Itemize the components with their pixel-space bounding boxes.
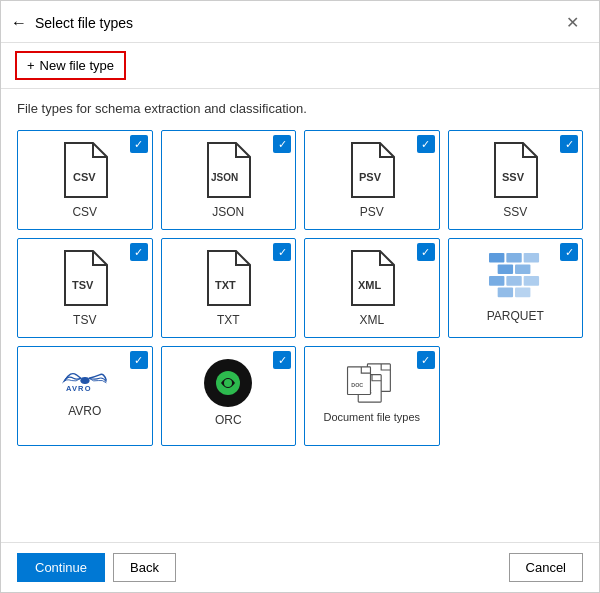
ssv-label: SSV — [503, 205, 527, 219]
svg-text:DOC: DOC — [351, 382, 363, 388]
file-card-orc[interactable]: ✓ ORC — [161, 346, 297, 446]
check-badge-tsv: ✓ — [130, 243, 148, 261]
txt-icon: TXT — [202, 249, 254, 307]
tsv-icon: TSV — [59, 249, 111, 307]
psv-label: PSV — [360, 205, 384, 219]
svg-rect-16 — [515, 288, 530, 298]
file-card-json[interactable]: ✓ JSON JSON — [161, 130, 297, 230]
cancel-button[interactable]: Cancel — [509, 553, 583, 582]
back-arrow-icon[interactable]: ← — [11, 14, 27, 32]
check-badge-orc: ✓ — [273, 351, 291, 369]
file-card-avro[interactable]: ✓ AVRO — [17, 346, 153, 446]
dialog: ← Select file types ✕ + New file type Fi… — [0, 0, 600, 593]
check-badge-document: ✓ — [417, 351, 435, 369]
orc-icon — [202, 357, 254, 409]
check-badge-ssv: ✓ — [560, 135, 578, 153]
svg-text:XML: XML — [358, 279, 382, 291]
avro-icon: AVRO — [45, 357, 125, 402]
file-card-tsv[interactable]: ✓ TSV TSV — [17, 238, 153, 338]
svg-text:CSV: CSV — [73, 171, 96, 183]
continue-button[interactable]: Continue — [17, 553, 105, 582]
svg-rect-11 — [515, 264, 530, 274]
svg-rect-14 — [524, 276, 539, 286]
txt-label: TXT — [217, 313, 240, 327]
file-card-psv[interactable]: ✓ PSV PSV — [304, 130, 440, 230]
check-badge-parquet: ✓ — [560, 243, 578, 261]
document-icon: PDF XLS DOC — [341, 357, 403, 409]
file-card-parquet[interactable]: ✓ PARQUET — [448, 238, 584, 338]
svg-rect-10 — [498, 264, 513, 274]
check-badge-psv: ✓ — [417, 135, 435, 153]
svg-rect-13 — [507, 276, 522, 286]
csv-label: CSV — [72, 205, 97, 219]
parquet-icon — [488, 249, 542, 303]
svg-text:PSV: PSV — [359, 171, 382, 183]
avro-label: AVRO — [68, 404, 101, 418]
check-badge-json: ✓ — [273, 135, 291, 153]
toolbar: + New file type — [1, 43, 599, 89]
check-badge-avro: ✓ — [130, 351, 148, 369]
plus-icon: + — [27, 58, 35, 73]
svg-point-17 — [80, 377, 89, 384]
svg-rect-9 — [524, 253, 539, 263]
footer: Continue Back Cancel — [1, 542, 599, 592]
svg-text:JSON: JSON — [211, 172, 238, 183]
svg-rect-15 — [498, 288, 513, 298]
ssv-icon: SSV — [489, 141, 541, 199]
orc-label: ORC — [215, 413, 242, 427]
psv-icon: PSV — [346, 141, 398, 199]
file-type-grid: ✓ CSV CSV ✓ JSON — [17, 130, 583, 446]
file-card-txt[interactable]: ✓ TXT TXT — [161, 238, 297, 338]
new-file-type-button[interactable]: + New file type — [15, 51, 126, 80]
new-file-label: New file type — [40, 58, 114, 73]
document-label: Document file types — [323, 411, 420, 423]
close-button[interactable]: ✕ — [560, 11, 585, 34]
csv-icon: CSV — [59, 141, 111, 199]
json-label: JSON — [212, 205, 244, 219]
file-card-ssv[interactable]: ✓ SSV SSV — [448, 130, 584, 230]
svg-point-21 — [224, 379, 232, 387]
dialog-title: Select file types — [35, 15, 133, 31]
svg-rect-7 — [489, 253, 504, 263]
svg-text:TXT: TXT — [215, 279, 236, 291]
check-badge-xml: ✓ — [417, 243, 435, 261]
check-badge-csv: ✓ — [130, 135, 148, 153]
svg-rect-8 — [507, 253, 522, 263]
json-icon: JSON — [202, 141, 254, 199]
file-card-csv[interactable]: ✓ CSV CSV — [17, 130, 153, 230]
xml-icon: XML — [346, 249, 398, 307]
check-badge-txt: ✓ — [273, 243, 291, 261]
svg-text:AVRO: AVRO — [66, 383, 92, 392]
xml-label: XML — [359, 313, 384, 327]
file-card-xml[interactable]: ✓ XML XML — [304, 238, 440, 338]
tsv-label: TSV — [73, 313, 96, 327]
subtitle-text: File types for schema extraction and cla… — [17, 101, 583, 116]
parquet-label: PARQUET — [487, 309, 544, 323]
title-bar: ← Select file types ✕ — [1, 1, 599, 43]
svg-rect-12 — [489, 276, 504, 286]
content-area: File types for schema extraction and cla… — [1, 89, 599, 542]
svg-rect-26 — [347, 367, 370, 395]
file-card-document[interactable]: ✓ PDF XLS DOC — [304, 346, 440, 446]
back-button[interactable]: Back — [113, 553, 176, 582]
svg-text:SSV: SSV — [502, 171, 525, 183]
title-left: ← Select file types — [11, 14, 133, 32]
svg-text:TSV: TSV — [72, 279, 94, 291]
